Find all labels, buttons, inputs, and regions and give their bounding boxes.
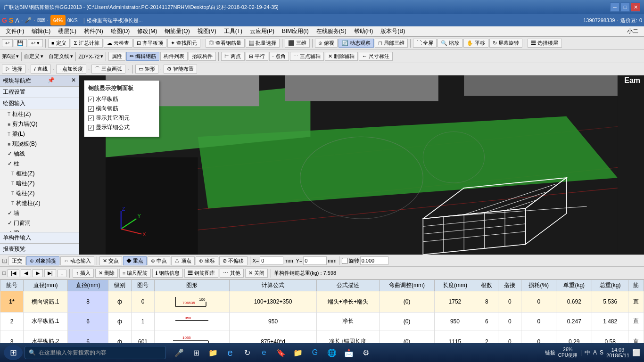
layer-dropdown[interactable]: ▾ (16, 53, 19, 59)
sidebar-report-preview[interactable]: 报表预览 (0, 243, 79, 255)
y-input[interactable] (303, 256, 327, 265)
tree-slab[interactable]: ■现浇板(B) (0, 139, 79, 149)
tree-duanzhu[interactable]: T 端柱(Z) (0, 189, 79, 198)
tb-component-list[interactable]: 构件列表 (160, 52, 188, 61)
menu-edit[interactable]: 编辑(E) (28, 26, 54, 36)
mic-icon[interactable]: 🎤 (25, 17, 32, 24)
3d-viewport[interactable]: 钢筋显示控制面板 ✓ 水平纵筋 ✓ 横向钢筋 ✓ 显示其它图元 ✓ 显示详细公式 (79, 75, 644, 255)
menu-xiaoer[interactable]: 小二 (623, 26, 642, 36)
cb-horizontal[interactable]: ✓ (88, 97, 94, 102)
snap-vertex[interactable]: △ 顶点 (171, 256, 195, 265)
rebar-nav-next[interactable]: ▶ (33, 269, 43, 277)
sidebar-pin[interactable]: 📌 (48, 77, 55, 85)
panel-row-detail-formula[interactable]: ✓ 显示详细公式 (88, 123, 155, 132)
rebar-nav-down[interactable]: ↓ (58, 270, 67, 277)
line-dropdown[interactable]: ▾ (70, 53, 73, 59)
tb-dimension[interactable]: ← 尺寸标注 (359, 52, 393, 61)
menu-draw[interactable]: 绘图(D) (107, 26, 134, 36)
menu-floor[interactable]: 楼层(L) (54, 26, 80, 36)
rebar-insert[interactable]: ↑ 插入 (73, 269, 94, 278)
tb-select-floor[interactable]: ☰ 选择楼层 (528, 39, 561, 48)
tb-find-elem[interactable]: ✦ 查找图元 (167, 39, 200, 48)
tb-point-angle[interactable]: · 点角 (269, 52, 289, 61)
tb-zoom[interactable]: 🔍 缩放 (438, 39, 462, 48)
x-input[interactable] (260, 256, 283, 265)
zdyx-dropdown[interactable]: ▾ (100, 53, 103, 59)
taskbar-app-9[interactable]: 🌐 (324, 345, 339, 360)
menu-help[interactable]: 帮助(H) (350, 26, 377, 36)
cb-other-elem[interactable]: ✓ (88, 115, 94, 121)
panel-row-transverse[interactable]: ✓ 横向钢筋 (88, 105, 155, 113)
start-button[interactable]: ⊞ (4, 345, 23, 360)
rebar-close[interactable]: ✕ 关闭 (245, 269, 268, 278)
tb-fullscreen[interactable]: ⛶ 全屏 (413, 39, 437, 48)
maximize-button[interactable]: □ (620, 2, 630, 12)
rotate-input[interactable] (360, 256, 388, 265)
menu-tools[interactable]: 工具(T) (220, 26, 246, 36)
rebar-other[interactable]: ⋯ 其他 (220, 269, 243, 278)
rebar-match[interactable]: ≡ 编尺配筋 (119, 269, 151, 278)
tree-beam-group[interactable]: ✓ 梁 (0, 228, 79, 232)
td-id-1[interactable]: 1* (0, 291, 24, 313)
tb-undo2[interactable]: ↩ ▾ (28, 39, 43, 47)
taskbar-app-11[interactable]: ⚙ (358, 345, 373, 360)
tb-screen-rotate[interactable]: ↻ 屏幕旋转 (489, 39, 522, 48)
tb-del-aux[interactable]: ✕ 删除辅轴 (325, 52, 358, 61)
menu-modify[interactable]: 修改(M) (133, 26, 161, 36)
taskbar-app-1[interactable]: ⊞ (189, 345, 204, 360)
tb-undo[interactable]: ↩ (2, 39, 13, 47)
tb-dynamic-view[interactable]: 🔄 动态观察 (339, 39, 374, 48)
kb-icon[interactable]: ⌨ (37, 17, 45, 24)
tb-save[interactable]: 💾 (14, 39, 27, 47)
taskbar-app-8[interactable]: G (307, 345, 322, 360)
sidebar-single-input[interactable]: 单构件输入 (0, 232, 79, 243)
rotate-checkbox[interactable] (342, 258, 348, 264)
tb-property[interactable]: 属性 (108, 52, 125, 61)
tree-jianliwall[interactable]: ■剪力墙(Q) (0, 119, 79, 129)
cb-transverse[interactable]: ✓ (88, 106, 94, 112)
tree-kuangzhu2[interactable]: T 框柱(Z) (0, 169, 79, 179)
tb-rect[interactable]: ▭ 矩形 (135, 65, 158, 74)
rebar-info[interactable]: ℹ 钢筋信息 (152, 269, 183, 278)
tb-arc3[interactable]: ⌒ 三点画弧 (91, 65, 125, 74)
taskbar-app-7[interactable]: 📁 (290, 345, 305, 360)
minimize-button[interactable]: ─ (610, 2, 619, 12)
tb-parallel[interactable]: ⊟ 平行 (246, 52, 268, 61)
tb-cloud-check[interactable]: ☁ 云检查 (104, 39, 132, 48)
tb-top-view[interactable]: ⊙ 俯视 (315, 39, 338, 48)
tree-kuangzhu[interactable]: T框柱(Z) (0, 109, 79, 119)
rebar-nav-last[interactable]: ▶| (44, 269, 56, 277)
tree-column-group[interactable]: ✓ 柱 (0, 159, 79, 169)
tb-three-point-aux[interactable]: ⋯ 三点辅轴 (290, 52, 324, 61)
close-button[interactable]: ✕ (631, 2, 640, 12)
panel-row-other-elem[interactable]: ✓ 显示其它图元 (88, 114, 155, 122)
tb-pickup[interactable]: 抬取构件 (189, 52, 216, 61)
tb-local-3d[interactable]: ◻ 局部三维 (375, 39, 408, 48)
taskbar-app-3[interactable]: e (223, 345, 238, 360)
td-id-2[interactable]: 2 (0, 313, 24, 330)
rebar-delete[interactable]: ✕ 删除 (95, 269, 118, 278)
rebar-nav-first[interactable]: |◀ (8, 269, 19, 277)
snap-intersection[interactable]: ✕ 交点 (99, 256, 122, 265)
tree-axis[interactable]: ✓ 轴线 (0, 149, 79, 159)
menu-file[interactable]: 文件(F) (2, 26, 28, 36)
tb-pan[interactable]: ✋ 平移 (463, 39, 488, 48)
snap-center[interactable]: ⊙ 中点 (148, 256, 170, 265)
taskbar-app-5[interactable]: e (256, 345, 272, 360)
sidebar-section-draw[interactable]: 绘图输入 (0, 98, 79, 109)
tb-define[interactable]: ■ 定义 (48, 39, 70, 48)
snap-dynamic-input[interactable]: ↔ 动态输入 (60, 256, 94, 265)
tb-3d[interactable]: ⬛ 三维 (285, 39, 310, 48)
cb-detail-formula[interactable]: ✓ (88, 125, 94, 131)
tree-gouzaozhu[interactable]: T 构造柱(Z) (0, 198, 79, 208)
tb-batch-select[interactable]: ▦ 批量选择 (246, 39, 280, 48)
tb-view-rebar[interactable]: ◎ 查看钢筋量 (206, 39, 245, 48)
taskbar-app-2[interactable]: 📁 (206, 345, 221, 360)
tree-beam[interactable]: T梁(L) (0, 129, 79, 139)
tb-two-points[interactable]: ⊢ 两点 (221, 52, 244, 61)
tree-door-group[interactable]: ✓ 门窗洞 (0, 218, 79, 228)
tree-wall-group[interactable]: ✓ 墙 (0, 208, 79, 218)
snap-object-capture[interactable]: ⊙ 对象捕捉 (26, 256, 59, 265)
taskbar-app-10[interactable]: 📩 (341, 345, 356, 360)
taskbar-app-4[interactable]: ↻ (239, 345, 255, 360)
